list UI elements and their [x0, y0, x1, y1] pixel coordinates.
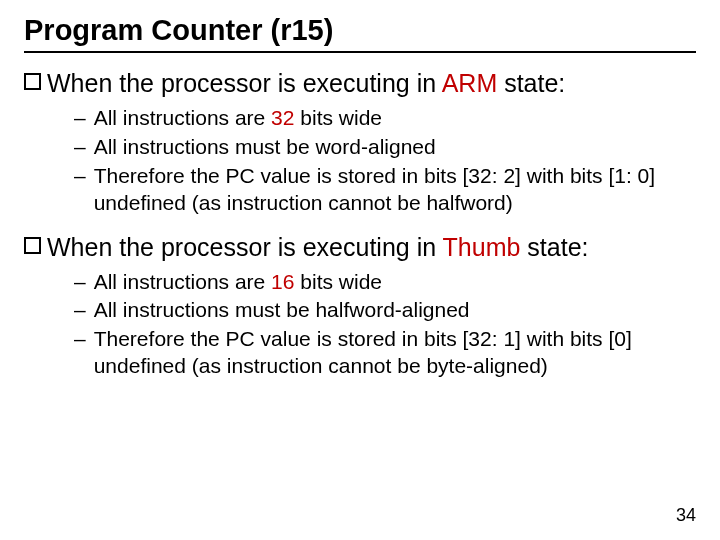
dash-bullet-icon: – — [74, 326, 94, 380]
dash-bullet-icon: – — [74, 269, 94, 296]
list-item-text: All instructions must be halfword-aligne… — [94, 297, 696, 324]
text-fragment: All instructions are — [94, 270, 271, 293]
list-item: – Therefore the PC value is stored in bi… — [74, 163, 696, 217]
highlight-thumb: Thumb — [443, 233, 521, 261]
list-item: – All instructions are 32 bits wide — [74, 105, 696, 132]
bullet-thumb-state: When the processor is executing in Thumb… — [24, 231, 696, 263]
bullet-text: When the processor is executing in ARM s… — [47, 67, 696, 99]
square-bullet-icon — [24, 237, 41, 254]
text-fragment: bits wide — [294, 270, 382, 293]
slide: Program Counter (r15) When the processor… — [0, 0, 720, 540]
page-number: 34 — [676, 505, 696, 526]
list-item: – Therefore the PC value is stored in bi… — [74, 326, 696, 380]
text-fragment: bits wide — [294, 106, 382, 129]
thumb-sublist: – All instructions are 16 bits wide – Al… — [74, 269, 696, 381]
dash-bullet-icon: – — [74, 134, 94, 161]
highlight-number: 16 — [271, 270, 294, 293]
highlight-number: 32 — [271, 106, 294, 129]
list-item-text: All instructions must be word-aligned — [94, 134, 696, 161]
bullet-text: When the processor is executing in Thumb… — [47, 231, 696, 263]
text-fragment: When the processor is executing in — [47, 69, 442, 97]
list-item-text: Therefore the PC value is stored in bits… — [94, 163, 696, 217]
list-item: – All instructions must be word-aligned — [74, 134, 696, 161]
square-bullet-icon — [24, 73, 41, 90]
arm-sublist: – All instructions are 32 bits wide – Al… — [74, 105, 696, 217]
bullet-arm-state: When the processor is executing in ARM s… — [24, 67, 696, 99]
list-item: – All instructions are 16 bits wide — [74, 269, 696, 296]
list-item: – All instructions must be halfword-alig… — [74, 297, 696, 324]
text-fragment: state: — [520, 233, 588, 261]
dash-bullet-icon: – — [74, 297, 94, 324]
text-fragment: When the processor is executing in — [47, 233, 443, 261]
list-item-text: All instructions are 16 bits wide — [94, 269, 696, 296]
highlight-arm: ARM — [442, 69, 498, 97]
list-item-text: Therefore the PC value is stored in bits… — [94, 326, 696, 380]
slide-title: Program Counter (r15) — [24, 14, 696, 53]
list-item-text: All instructions are 32 bits wide — [94, 105, 696, 132]
text-fragment: state: — [497, 69, 565, 97]
dash-bullet-icon: – — [74, 163, 94, 217]
text-fragment: All instructions are — [94, 106, 271, 129]
dash-bullet-icon: – — [74, 105, 94, 132]
